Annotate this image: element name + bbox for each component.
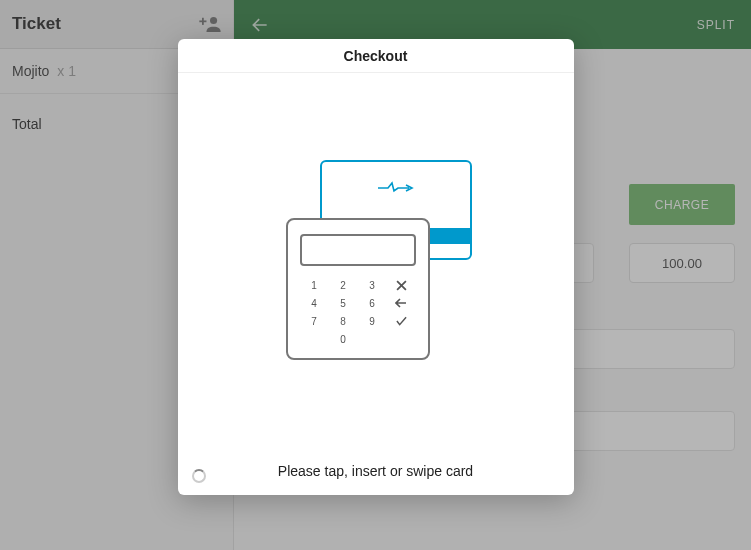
loading-spinner-icon	[192, 469, 206, 483]
card-reader-illustration: 123 456 789 0	[286, 160, 466, 360]
prompt-text: Please tap, insert or swipe card	[278, 463, 473, 479]
modal-title: Checkout	[178, 39, 574, 73]
pinpad-icon: 123 456 789 0	[286, 218, 430, 360]
modal-body: 123 456 789 0	[178, 73, 574, 447]
app-root: Ticket Mojito x 1 Total SPLIT CHARGE 100…	[0, 0, 751, 550]
checkout-modal: Checkout 123 456 789 0	[178, 39, 574, 495]
modal-footer: Please tap, insert or swipe card	[178, 447, 574, 495]
